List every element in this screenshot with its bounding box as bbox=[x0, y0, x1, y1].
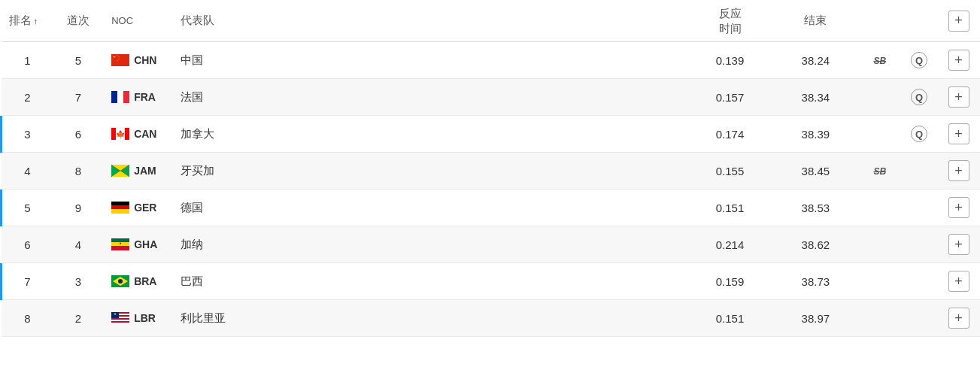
svg-point-27 bbox=[118, 279, 123, 284]
results-table-container: 排名 ↑ 道次 NOC 代表队 反应时间 结束 + 1 5 bbox=[0, 0, 980, 337]
lane-cell: 4 bbox=[53, 226, 104, 263]
q-cell bbox=[901, 263, 937, 300]
sb-badge: SB bbox=[873, 56, 886, 66]
rank-cell: 4 bbox=[2, 153, 53, 190]
rank-cell: 6 bbox=[2, 226, 53, 263]
sb-cell bbox=[858, 300, 901, 337]
svg-rect-7 bbox=[117, 91, 123, 103]
team-cell: 牙买加 bbox=[173, 153, 687, 190]
noc-code: LBR bbox=[134, 312, 156, 324]
q-cell bbox=[901, 226, 937, 263]
table-row: 2 7 FRA 法国 0.157 38.34 Q + bbox=[2, 79, 981, 116]
table-row: 1 5 CHN 中国 0.139 38.24 SB Q + bbox=[2, 42, 981, 79]
svg-rect-20 bbox=[111, 209, 129, 214]
table-header-row: 排名 ↑ 道次 NOC 代表队 反应时间 结束 + bbox=[2, 0, 981, 42]
expand-button[interactable]: + bbox=[948, 308, 969, 329]
sb-cell: SB bbox=[858, 42, 901, 79]
result-cell: 38.24 bbox=[772, 42, 858, 79]
reaction-cell: 0.155 bbox=[687, 153, 773, 190]
noc-cell: CHN bbox=[104, 42, 173, 79]
plus-cell: + bbox=[937, 263, 980, 300]
expand-button[interactable]: + bbox=[948, 86, 969, 108]
expand-button[interactable]: + bbox=[948, 160, 969, 181]
table-row: 4 8 JAM 牙买加 0.155 38.45 SB + bbox=[2, 153, 981, 190]
plus-cell: + bbox=[937, 190, 980, 226]
table-row: 7 3 BRA 巴西 0.159 38.73 + bbox=[2, 263, 981, 300]
rank-cell: 2 bbox=[2, 79, 53, 116]
q-badge: Q bbox=[911, 52, 927, 68]
noc-code: BRA bbox=[134, 275, 156, 287]
team-cell: 利比里亚 bbox=[173, 300, 687, 337]
flag-icon: 🍁 bbox=[111, 128, 129, 140]
table-body: 1 5 CHN 中国 0.139 38.24 SB Q + 2 7 FRA 法国… bbox=[2, 42, 981, 337]
result-header[interactable]: 结束 bbox=[772, 0, 858, 42]
team-cell: 加纳 bbox=[173, 226, 687, 263]
sb-header bbox=[858, 0, 901, 42]
q-cell bbox=[901, 300, 937, 337]
reaction-cell: 0.214 bbox=[687, 226, 773, 263]
svg-rect-8 bbox=[123, 91, 129, 103]
result-cell: 38.45 bbox=[772, 153, 858, 190]
q-cell bbox=[901, 153, 937, 190]
svg-text:🍁: 🍁 bbox=[116, 129, 126, 139]
reaction-cell: 0.174 bbox=[687, 116, 773, 153]
result-cell: 38.97 bbox=[772, 300, 858, 337]
expand-button[interactable]: + bbox=[948, 50, 969, 71]
expand-button[interactable]: + bbox=[948, 271, 969, 292]
svg-rect-11 bbox=[125, 128, 129, 140]
table-row: 6 4 GHA 加纳 0.214 38.62 + bbox=[2, 226, 981, 263]
q-badge: Q bbox=[911, 126, 927, 142]
lane-cell: 7 bbox=[53, 79, 104, 116]
result-cell: 38.39 bbox=[772, 116, 858, 153]
noc-header[interactable]: NOC bbox=[104, 0, 173, 42]
reaction-cell: 0.157 bbox=[687, 79, 773, 116]
results-table: 排名 ↑ 道次 NOC 代表队 反应时间 结束 + 1 5 bbox=[0, 0, 980, 337]
expand-button[interactable]: + bbox=[948, 123, 969, 144]
noc-code: FRA bbox=[134, 91, 156, 103]
result-cell: 38.34 bbox=[772, 79, 858, 116]
plus-cell: + bbox=[937, 42, 980, 79]
sb-cell bbox=[858, 116, 901, 153]
flag-icon bbox=[111, 54, 129, 66]
noc-code: CAN bbox=[134, 128, 156, 140]
noc-code: CHN bbox=[134, 54, 156, 66]
rank-cell: 1 bbox=[2, 42, 53, 79]
team-cell: 巴西 bbox=[173, 263, 687, 300]
team-cell: 德国 bbox=[173, 190, 687, 226]
expand-button[interactable]: + bbox=[948, 197, 969, 218]
expand-button[interactable]: + bbox=[948, 234, 969, 255]
noc-cell: GHA bbox=[104, 226, 173, 263]
sb-badge: SB bbox=[873, 166, 886, 177]
rank-cell: 5 bbox=[2, 190, 53, 226]
reaction-cell: 0.139 bbox=[687, 42, 773, 79]
rank-cell: 3 bbox=[2, 116, 53, 153]
sb-cell: SB bbox=[858, 153, 901, 190]
result-cell: 38.62 bbox=[772, 226, 858, 263]
lane-header[interactable]: 道次 bbox=[53, 0, 104, 42]
plus-cell: + bbox=[937, 153, 980, 190]
team-header: 代表队 bbox=[173, 0, 687, 42]
reaction-header[interactable]: 反应时间 bbox=[687, 0, 773, 42]
plus-cell: + bbox=[937, 79, 980, 116]
team-cell: 法国 bbox=[173, 79, 687, 116]
rank-header[interactable]: 排名 ↑ bbox=[2, 0, 53, 42]
rank-label: 排名 bbox=[9, 14, 32, 28]
flag-icon bbox=[111, 91, 129, 103]
lane-cell: 9 bbox=[53, 190, 104, 226]
rank-cell: 8 bbox=[2, 300, 53, 337]
flag-icon bbox=[111, 238, 129, 250]
sort-arrow-icon: ↑ bbox=[34, 17, 38, 26]
noc-cell: JAM bbox=[104, 153, 173, 190]
sb-cell bbox=[858, 226, 901, 263]
svg-rect-32 bbox=[111, 323, 129, 324]
reaction-cell: 0.151 bbox=[687, 190, 773, 226]
header-plus-button[interactable]: + bbox=[948, 11, 969, 32]
result-cell: 38.53 bbox=[772, 190, 858, 226]
lane-cell: 2 bbox=[53, 300, 104, 337]
result-cell: 38.73 bbox=[772, 263, 858, 300]
reaction-cell: 0.159 bbox=[687, 263, 773, 300]
q-badge: Q bbox=[911, 89, 927, 105]
flag-icon bbox=[111, 275, 129, 287]
lane-cell: 6 bbox=[53, 116, 104, 153]
sb-cell bbox=[858, 79, 901, 116]
